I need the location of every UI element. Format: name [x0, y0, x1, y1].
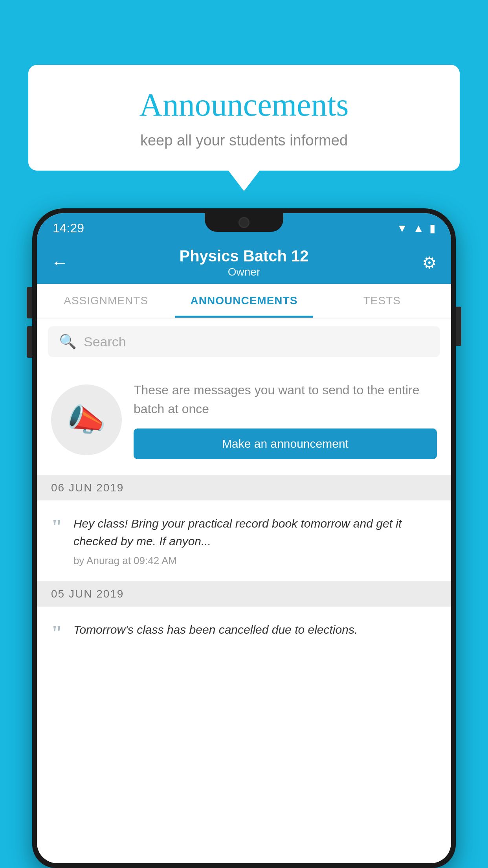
bubble-title: Announcements: [52, 86, 436, 123]
app-bar-subtitle: Owner: [79, 266, 409, 278]
tabs-bar: ASSIGNMENTS ANNOUNCEMENTS TESTS: [37, 284, 451, 318]
wifi-icon: ▼: [397, 222, 408, 235]
date-separator-1: 06 JUN 2019: [37, 475, 451, 500]
search-container: 🔍 Search: [37, 318, 451, 365]
promo-content: These are messages you want to send to t…: [134, 381, 437, 459]
app-bar-title-area: Physics Batch 12 Owner: [79, 247, 409, 278]
tab-announcements[interactable]: ANNOUNCEMENTS: [175, 284, 313, 318]
signal-icon: ▲: [413, 222, 424, 235]
announcement-item-1: " Hey class! Bring your practical record…: [37, 500, 451, 581]
announcement-author-1: by Anurag at 09:42 AM: [73, 555, 437, 567]
date-label-2: 05 JUN 2019: [51, 588, 124, 600]
app-bar: ← Physics Batch 12 Owner ⚙: [37, 241, 451, 284]
search-input-wrapper[interactable]: 🔍 Search: [48, 326, 440, 357]
status-icons: ▼ ▲ ▮: [397, 222, 435, 235]
make-announcement-button[interactable]: Make an announcement: [134, 428, 437, 459]
volume-up-button: [27, 287, 32, 318]
app-bar-title: Physics Batch 12: [79, 247, 409, 265]
front-camera: [238, 217, 250, 228]
search-icon: 🔍: [59, 333, 77, 350]
announcement-text-1: Hey class! Bring your practical record b…: [73, 515, 437, 550]
tab-assignments[interactable]: ASSIGNMENTS: [37, 284, 175, 318]
power-button: [456, 307, 461, 346]
announcement-text-2: Tomorrow's class has been cancelled due …: [73, 621, 437, 638]
speech-bubble: Announcements keep all your students inf…: [28, 65, 460, 171]
phone-mockup: 14:29 ▼ ▲ ▮ ← Physics Batch 12 Owner ⚙ A…: [32, 208, 456, 868]
promo-icon-circle: 📣: [51, 384, 122, 455]
battery-icon: ▮: [429, 222, 435, 235]
back-button[interactable]: ←: [51, 253, 79, 272]
phone-notch: [205, 213, 283, 232]
bubble-subtitle: keep all your students informed: [52, 132, 436, 149]
tab-tests[interactable]: TESTS: [313, 284, 451, 318]
search-placeholder: Search: [84, 334, 126, 349]
quote-icon-2: ": [51, 623, 62, 644]
speech-bubble-container: Announcements keep all your students inf…: [28, 65, 460, 171]
date-label-1: 06 JUN 2019: [51, 482, 124, 494]
announcement-item-2: " Tomorrow's class has been cancelled du…: [37, 607, 451, 658]
announcement-content-1: Hey class! Bring your practical record b…: [73, 515, 437, 567]
date-separator-2: 05 JUN 2019: [37, 581, 451, 607]
phone-screen: 14:29 ▼ ▲ ▮ ← Physics Batch 12 Owner ⚙ A…: [37, 213, 451, 863]
quote-icon-1: ": [51, 517, 62, 537]
megaphone-icon: 📣: [67, 401, 106, 438]
settings-button[interactable]: ⚙: [409, 253, 437, 272]
status-time: 14:29: [53, 221, 84, 235]
volume-down-button: [27, 326, 32, 358]
announcement-content-2: Tomorrow's class has been cancelled due …: [73, 621, 437, 643]
promo-card: 📣 These are messages you want to send to…: [37, 365, 451, 475]
promo-description: These are messages you want to send to t…: [134, 381, 437, 418]
